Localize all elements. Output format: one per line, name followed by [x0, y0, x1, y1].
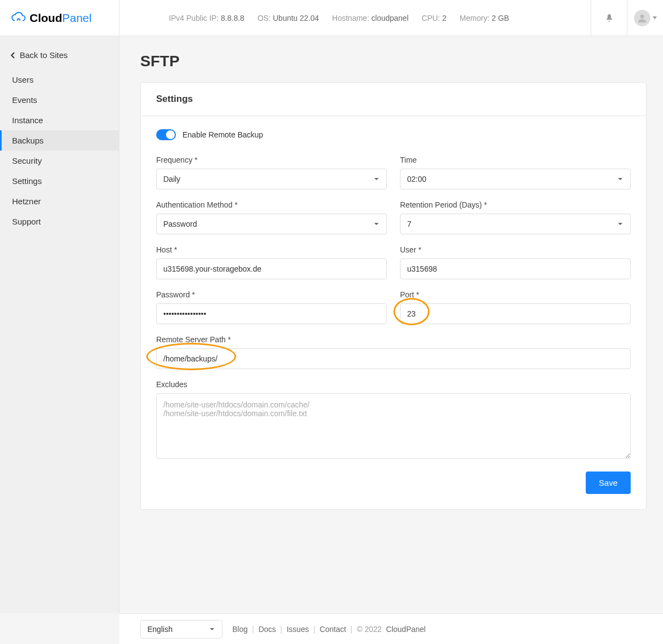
excludes-textarea[interactable]	[156, 393, 631, 459]
footer: English Blog|Docs|Issues|Contact|© 2022 …	[119, 613, 663, 644]
sidebar-item-hetzner[interactable]: Hetzner	[0, 191, 119, 211]
host-label: Host *	[156, 245, 387, 254]
excludes-label: Excludes	[156, 380, 631, 389]
copyright: © 2022	[357, 625, 381, 634]
logo[interactable]: CloudPanel	[0, 0, 119, 36]
frequency-select[interactable]: Daily	[156, 169, 387, 189]
svg-point-0	[640, 14, 644, 18]
notifications-button[interactable]	[591, 0, 627, 36]
host-input[interactable]	[156, 258, 387, 279]
sidebar-item-users[interactable]: Users	[0, 70, 119, 90]
footer-link-blog[interactable]: Blog	[232, 625, 248, 634]
enable-remote-backup-toggle[interactable]	[156, 129, 176, 140]
sidebar-item-settings[interactable]: Settings	[0, 171, 119, 191]
bell-icon	[605, 14, 614, 22]
sidebar-item-support[interactable]: Support	[0, 211, 119, 232]
chevron-left-icon	[11, 52, 15, 59]
footer-brand-link[interactable]: CloudPanel	[386, 625, 426, 634]
topbar-right	[591, 0, 663, 36]
auth-method-select[interactable]: Password	[156, 214, 387, 234]
retention-label: Retention Period (Days) *	[400, 200, 631, 209]
user-icon	[637, 13, 647, 23]
back-to-sites-link[interactable]: Back to Sites	[0, 48, 119, 70]
footer-link-issues[interactable]: Issues	[287, 625, 308, 634]
topbar: CloudPanel IPv4 Public IP:8.8.8.8 OS:Ubu…	[0, 0, 663, 36]
brand-name-1: Cloud	[30, 12, 62, 24]
page-title: SFTP	[140, 53, 647, 70]
status-hostname: Hostname:cloudpanel	[332, 14, 408, 22]
password-label: Password *	[156, 290, 387, 299]
sidebar-item-security[interactable]: Security	[0, 151, 119, 171]
footer-link-contact[interactable]: Contact	[319, 625, 346, 634]
settings-card: Settings Enable Remote Backup Frequency …	[140, 82, 647, 510]
sidebar-item-backups[interactable]: Backups	[0, 130, 119, 151]
user-menu[interactable]	[627, 0, 663, 36]
auth-method-label: Authentication Method *	[156, 200, 387, 209]
footer-link-docs[interactable]: Docs	[259, 625, 276, 634]
password-input[interactable]	[156, 303, 387, 324]
status-memory: Memory:2 GB	[460, 14, 509, 22]
status-bar: IPv4 Public IP:8.8.8.8 OS:Ubuntu 22.04 H…	[119, 14, 591, 22]
retention-select[interactable]: 7	[400, 214, 631, 234]
port-input[interactable]	[400, 303, 631, 324]
port-label: Port *	[400, 290, 631, 299]
status-os: OS:Ubuntu 22.04	[258, 14, 319, 22]
status-ip: IPv4 Public IP:8.8.8.8	[169, 14, 244, 22]
sidebar-item-events[interactable]: Events	[0, 90, 119, 110]
main-content: SFTP Settings Enable Remote Backup Frequ…	[119, 36, 663, 613]
time-label: Time	[400, 156, 631, 164]
brand-name-2: Panel	[62, 12, 92, 24]
card-header: Settings	[141, 83, 646, 116]
caret-down-icon	[653, 16, 657, 19]
save-button[interactable]: Save	[586, 472, 631, 494]
remote-path-label: Remote Server Path *	[156, 335, 631, 344]
enable-remote-backup-label: Enable Remote Backup	[182, 130, 263, 139]
language-select[interactable]: English	[140, 620, 222, 639]
cloud-icon	[11, 12, 26, 25]
time-select[interactable]: 02:00	[400, 169, 631, 189]
user-input[interactable]	[400, 258, 631, 279]
remote-path-input[interactable]	[156, 348, 631, 369]
avatar	[634, 10, 650, 26]
sidebar: Back to Sites UsersEventsInstanceBackups…	[0, 36, 119, 613]
sidebar-item-instance[interactable]: Instance	[0, 110, 119, 130]
frequency-label: Frequency *	[156, 156, 387, 164]
status-cpu: CPU:2	[422, 14, 447, 22]
user-label: User *	[400, 245, 631, 254]
